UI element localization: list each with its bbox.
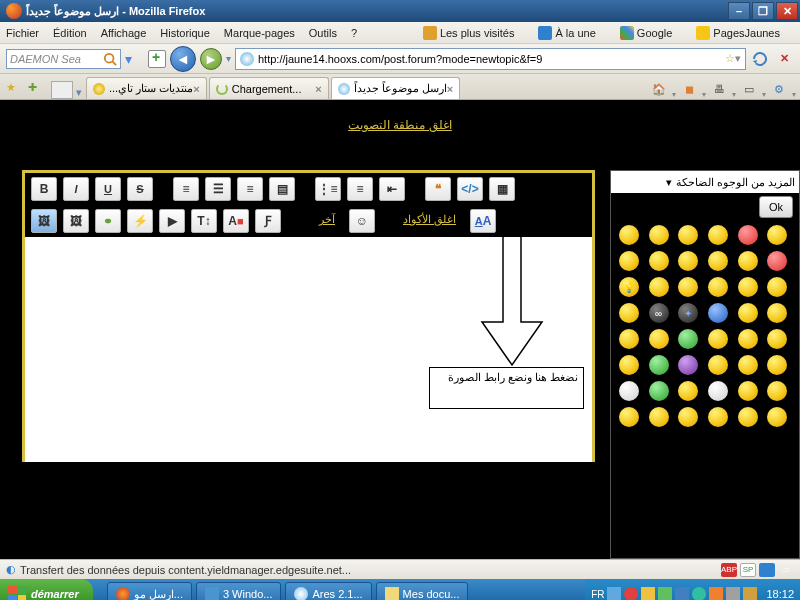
emoji-sleep[interactable] [649, 277, 669, 297]
emoji-angry[interactable] [738, 225, 758, 245]
abp-icon[interactable]: ABP [721, 563, 737, 577]
emoji-category-select[interactable]: المزيد من الوجوه الضاحكة ▾ [611, 171, 799, 193]
history-dropdown-icon[interactable]: ▾ [226, 53, 231, 64]
italic-button[interactable]: I [63, 177, 89, 201]
tray-volume-icon[interactable] [726, 587, 740, 600]
tab-dropdown-icon[interactable]: ▾ [76, 86, 86, 99]
tab-list-button[interactable] [51, 81, 73, 99]
url-bar[interactable]: ☆ ▾ [235, 48, 746, 70]
video-button[interactable]: ▶ [159, 209, 185, 233]
strike-button[interactable]: S [127, 177, 153, 201]
emoji-yawn[interactable] [767, 329, 787, 349]
emoji-worried[interactable] [767, 407, 787, 427]
emoji-party[interactable] [619, 407, 639, 427]
bookmark-pagesjaunes[interactable]: PagesJaunes [696, 26, 794, 40]
emoji-roll[interactable] [738, 355, 758, 375]
emoji-sick[interactable] [649, 355, 669, 375]
new-tab-button[interactable] [148, 50, 166, 68]
emoji-think[interactable] [738, 407, 758, 427]
emoji-neutral[interactable] [738, 251, 758, 271]
emoji-skull[interactable] [619, 381, 639, 401]
add-bookmark-icon[interactable]: ✚ [28, 81, 46, 99]
menu-outils[interactable]: Outils [309, 27, 337, 39]
emoji-eek[interactable] [678, 407, 698, 427]
emoji-smile[interactable] [619, 225, 639, 245]
close-codes-link[interactable]: اغلق الأكواد [395, 209, 464, 233]
bold-button[interactable]: B [31, 177, 57, 201]
tray-icon[interactable] [658, 587, 672, 600]
emoji-star[interactable]: ✦ [678, 303, 698, 323]
emoji-lol[interactable] [767, 277, 787, 297]
emoji-nerd[interactable] [767, 381, 787, 401]
emoji-cop[interactable] [708, 303, 728, 323]
taskbar-clock[interactable]: 18:12 [766, 588, 794, 600]
cookie-icon[interactable] [759, 563, 775, 577]
font-color-button[interactable]: A■ [223, 209, 249, 233]
image-host-button[interactable]: 🖼 [31, 209, 57, 233]
list-number-button[interactable]: ≡ [347, 177, 373, 201]
emoji-upset[interactable] [649, 407, 669, 427]
text-format-button[interactable]: AA [470, 209, 496, 233]
print-button[interactable]: 🖶 [708, 79, 730, 99]
menu-marquepages[interactable]: Marque-pages [224, 27, 295, 39]
task-explorer[interactable]: 3 Windo... [196, 582, 282, 600]
emoji-shock[interactable] [678, 251, 698, 271]
underline-button[interactable]: U [95, 177, 121, 201]
emoji-ghost[interactable] [708, 381, 728, 401]
menu-historique[interactable]: Historique [160, 27, 210, 39]
emoji-big[interactable] [767, 355, 787, 375]
menu-fichier[interactable]: Fichier [6, 27, 39, 39]
quote-button[interactable]: ❝ [425, 177, 451, 201]
tab-newtopic[interactable]: ارسل موضوعاً جديداً × [331, 77, 461, 99]
emoji-happy[interactable] [708, 251, 728, 271]
list-bullet-button[interactable]: ⋮≡ [315, 177, 341, 201]
emoji-kiss[interactable] [708, 277, 728, 297]
emoji-infinity[interactable]: ∞ [649, 303, 669, 323]
outdent-button[interactable]: ⇤ [379, 177, 405, 201]
dropdown-icon[interactable]: ▾ [125, 51, 132, 67]
tray-icon[interactable] [607, 587, 621, 600]
feed-button[interactable]: ◼ [678, 79, 700, 99]
tools-button[interactable]: ⚙ [768, 79, 790, 99]
start-button[interactable]: démarrer [0, 579, 93, 600]
font-size-button[interactable]: T↕ [191, 209, 217, 233]
task-firefox[interactable]: ارسل مو... [107, 582, 192, 600]
align-left-button[interactable]: ≡ [173, 177, 199, 201]
emoji-idea[interactable]: 💡 [619, 277, 639, 297]
bookmark-google[interactable]: Google [620, 26, 686, 40]
emoji-devil[interactable] [678, 355, 698, 375]
tab-close-icon[interactable]: × [193, 83, 199, 95]
url-dropdown-icon[interactable]: ▾ [735, 52, 741, 65]
font-family-button[interactable]: Ƒ [255, 209, 281, 233]
emoji-hush[interactable] [708, 407, 728, 427]
close-button[interactable]: ✕ [776, 2, 798, 20]
emoji-button[interactable]: ☺ [349, 209, 375, 233]
home-button[interactable]: 🏠 [648, 79, 670, 99]
code-button[interactable]: </> [457, 177, 483, 201]
emoji-whistle[interactable] [738, 329, 758, 349]
task-ares[interactable]: Ares 2.1... [285, 582, 371, 600]
emoji-cry[interactable] [738, 277, 758, 297]
emoji-love[interactable] [708, 329, 728, 349]
emoji-mad[interactable] [767, 251, 787, 271]
link-button[interactable]: ⚭ [95, 209, 121, 233]
back-button[interactable]: ◄ [170, 46, 196, 72]
emoji-ok-button[interactable]: Ok [759, 196, 793, 218]
menu-affichage[interactable]: Affichage [101, 27, 147, 39]
emoji-blush[interactable] [708, 355, 728, 375]
emoji-cool[interactable] [678, 225, 698, 245]
bookmark-star-icon[interactable]: ☆ [725, 52, 735, 65]
emoji-sad[interactable] [649, 251, 669, 271]
tab-forum[interactable]: ...منتديات ستار تاي × [86, 77, 207, 99]
emoji-smirk[interactable] [619, 303, 639, 323]
emoji-laugh[interactable] [708, 225, 728, 245]
tray-icon[interactable] [692, 587, 706, 600]
emoji-dizzy[interactable] [649, 329, 669, 349]
emoji-surprised[interactable] [619, 355, 639, 375]
tab-close-icon[interactable]: × [447, 83, 453, 95]
emoji-cowboy[interactable] [738, 303, 758, 323]
emoji-pirate[interactable] [738, 381, 758, 401]
bookmark-alaune[interactable]: À la une [538, 26, 609, 40]
emoji-alien[interactable] [649, 381, 669, 401]
language-indicator[interactable]: FR [591, 589, 604, 600]
